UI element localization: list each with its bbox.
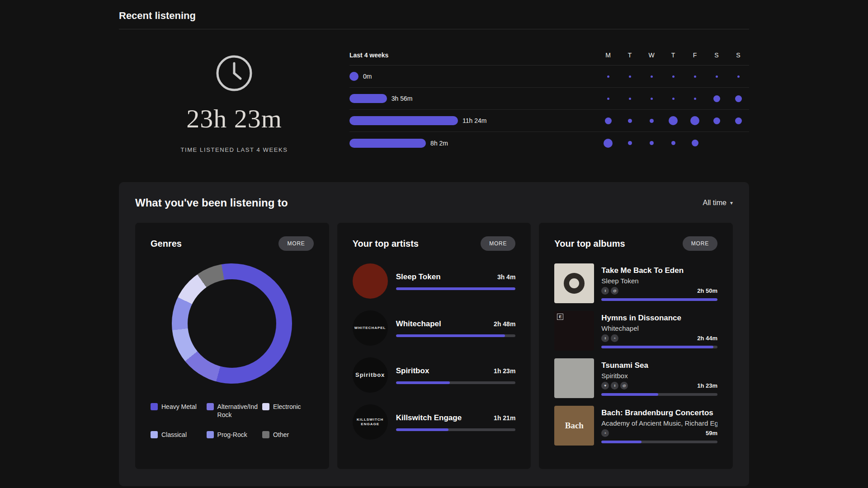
album-row[interactable]: Take Me Back To EdenSleep Token‖@2h 50m xyxy=(554,263,717,303)
artist-info: Spiritbox1h 23m xyxy=(396,366,516,384)
genre-label: Prog-Rock xyxy=(217,431,247,439)
day-dot xyxy=(716,75,718,78)
day-dot xyxy=(737,75,740,78)
album-info: Bach: Brandenburg ConcertosAcademy of An… xyxy=(601,408,717,443)
listening-panel-header: What you've been listening to All time ▾ xyxy=(135,197,733,209)
genre-legend-item: Classical xyxy=(151,431,202,439)
week-bar-area: 11h 24m xyxy=(349,116,597,125)
day-dot-cell xyxy=(641,110,662,131)
week-bar xyxy=(349,116,458,125)
album-progress-fill xyxy=(601,298,717,301)
genre-legend-item: Alternative/Indie Rock xyxy=(207,403,258,419)
week-rows: 0m3h 56m11h 24m8h 2m xyxy=(349,66,749,154)
album-time: 59m xyxy=(706,430,717,436)
artist-row-top: Spiritbox1h 23m xyxy=(396,366,516,375)
day-dot xyxy=(690,116,699,125)
album-art xyxy=(554,263,594,303)
week-row: 11h 24m xyxy=(349,110,749,132)
genres-card: Genres MORE Heavy MetalAlternative/Indie… xyxy=(135,223,329,469)
bars-badge-icon: ‖ xyxy=(601,334,609,342)
album-row[interactable]: Tsunami SeaSpiritbox♥‖@1h 23m xyxy=(554,358,717,398)
artist-row[interactable]: SpiritboxSpiritbox1h 23m xyxy=(353,357,516,393)
album-time: 1h 23m xyxy=(697,382,717,389)
artist-avatar-text: WHITECHAPEL xyxy=(354,326,386,330)
artist-progress-track xyxy=(396,287,516,290)
day-dot-cell xyxy=(684,66,706,87)
day-dot-cell xyxy=(641,66,662,87)
artist-row[interactable]: WHITECHAPELWhitechapel2h 48m xyxy=(353,310,516,346)
album-badges: + xyxy=(601,429,609,437)
album-row[interactable]: BachBach: Brandenburg ConcertosAcademy o… xyxy=(554,406,717,446)
artist-list: Sleep Token3h 4mWHITECHAPELWhitechapel2h… xyxy=(353,263,516,440)
album-meta: ‖@2h 50m xyxy=(601,287,717,295)
day-dot-cell xyxy=(619,66,641,87)
genre-swatch xyxy=(151,403,158,410)
album-list: Take Me Back To EdenSleep Token‖@2h 50mE… xyxy=(554,263,717,446)
weekly-listening-chart: Last 4 weeks MTWTFSS 0m3h 56m11h 24m8h 2… xyxy=(349,39,749,154)
bars-badge-icon: ‖ xyxy=(601,287,609,295)
artist-time: 1h 23m xyxy=(494,367,515,375)
genres-more-button[interactable]: MORE xyxy=(278,236,313,251)
day-dot-cell xyxy=(662,88,684,109)
album-badges: ‖+ xyxy=(601,334,618,342)
day-headers: MTWTFSS xyxy=(597,52,749,59)
genres-card-header: Genres MORE xyxy=(151,236,314,251)
artist-row-top: Sleep Token3h 4m xyxy=(396,272,516,282)
artist-row-top: Killswitch Engage1h 21m xyxy=(396,413,516,422)
album-artist: Whitechapel xyxy=(601,324,717,332)
album-progress-track xyxy=(601,393,717,396)
week-time-label: 8h 2m xyxy=(430,140,448,147)
album-art-text: Bach xyxy=(565,421,584,431)
day-dot-cell xyxy=(727,110,749,131)
genre-label: Heavy Metal xyxy=(161,403,197,419)
genre-label: Electronic xyxy=(273,403,301,419)
album-progress-track xyxy=(601,346,717,348)
day-header: S xyxy=(706,52,727,59)
page: Recent listening 23h 23m TIME LISTENED L… xyxy=(119,0,749,486)
genre-legend-item: Prog-Rock xyxy=(207,431,258,439)
day-dot-cell xyxy=(706,110,727,131)
albums-more-button[interactable]: MORE xyxy=(683,236,717,251)
day-dot xyxy=(692,140,698,146)
clock-icon xyxy=(215,54,254,93)
top-albums-card: Your top albums MORE Take Me Back To Ede… xyxy=(539,223,733,469)
day-dot xyxy=(671,141,675,145)
artists-more-button[interactable]: MORE xyxy=(481,236,515,251)
genre-swatch xyxy=(207,431,214,438)
genre-swatch xyxy=(207,403,214,410)
day-dot xyxy=(651,75,653,78)
artist-progress-fill xyxy=(396,334,505,337)
time-filter-dropdown[interactable]: All time ▾ xyxy=(703,199,733,207)
artist-row-top: Whitechapel2h 48m xyxy=(396,319,516,328)
genres-title: Genres xyxy=(151,239,182,249)
artist-row[interactable]: Sleep Token3h 4m xyxy=(353,263,516,299)
album-progress-track xyxy=(601,298,717,301)
album-title: Tsunami Sea xyxy=(601,361,717,370)
plus-badge-icon: + xyxy=(611,334,618,342)
day-dot xyxy=(607,75,609,78)
artist-time: 3h 4m xyxy=(497,273,515,281)
time-filter-value: All time xyxy=(703,199,726,207)
listening-panel: What you've been listening to All time ▾… xyxy=(119,182,749,486)
album-art-emblem xyxy=(564,273,585,294)
recent-listening-section: Recent listening 23h 23m TIME LISTENED L… xyxy=(119,6,749,154)
day-dot-cell xyxy=(684,132,706,154)
artist-row[interactable]: KILLSWITCH ENGAGEKillswitch Engage1h 21m xyxy=(353,404,516,440)
day-dot xyxy=(672,98,675,100)
week-dots xyxy=(597,132,749,154)
day-dot-cell xyxy=(619,88,641,109)
genre-label: Classical xyxy=(161,431,187,439)
day-dot-cell xyxy=(684,110,706,131)
artist-avatar xyxy=(353,263,388,299)
genre-legend-item: Heavy Metal xyxy=(151,403,202,419)
week-bar xyxy=(349,72,359,81)
day-dot-cell xyxy=(706,88,727,109)
top-albums-title: Your top albums xyxy=(554,239,625,249)
artist-progress-fill xyxy=(396,428,449,431)
artist-name: Killswitch Engage xyxy=(396,413,462,422)
day-dot xyxy=(629,75,631,78)
day-header: W xyxy=(641,52,662,59)
album-row[interactable]: EHymns in DissonanceWhitechapel‖+2h 44m xyxy=(554,311,717,351)
week-dots xyxy=(597,110,749,131)
day-dot xyxy=(628,141,632,145)
